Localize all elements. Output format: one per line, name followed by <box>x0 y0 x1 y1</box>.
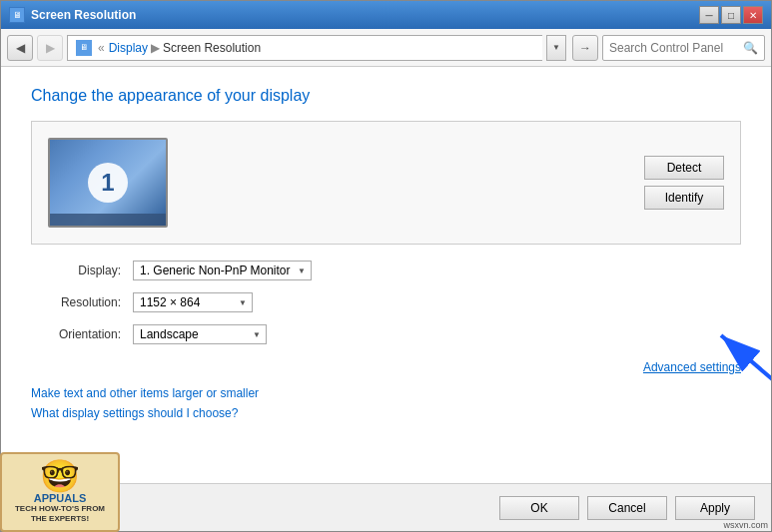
text-size-link[interactable]: Make text and other items larger or smal… <box>31 386 741 400</box>
address-bar: ◀ ▶ 🖥 « Display ▶ Screen Resolution ▼ → … <box>1 29 771 67</box>
ok-button[interactable]: OK <box>499 496 579 520</box>
detect-button[interactable]: Detect <box>644 156 724 180</box>
display-label: Display: <box>31 264 121 277</box>
orientation-row: Orientation: Landscape Portrait Landscap… <box>31 324 741 344</box>
close-button[interactable]: ✕ <box>743 6 763 24</box>
panel-content: Change the appearance of your display 1 … <box>1 67 771 483</box>
watermark-tagline: TECH HOW-TO'S FROMTHE EXPERTS! <box>15 504 105 525</box>
path-display-link[interactable]: Display <box>109 41 148 55</box>
title-bar-controls: ─ □ ✕ <box>699 6 763 24</box>
search-icon[interactable]: 🔍 <box>743 41 758 55</box>
cancel-button[interactable]: Cancel <box>587 496 667 520</box>
watermark-brand: APPUALS <box>34 492 87 504</box>
links-section: Make text and other items larger or smal… <box>31 386 741 426</box>
title-bar: 🖥 Screen Resolution ─ □ ✕ <box>1 1 771 29</box>
display-row: Display: 1. Generic Non-PnP Monitor <box>31 261 741 280</box>
watermark-overlay: 🤓 APPUALS TECH HOW-TO'S FROMTHE EXPERTS! <box>0 452 120 532</box>
display-box: 1 Detect Identify <box>31 121 741 245</box>
monitor-taskbar <box>50 214 166 226</box>
display-select-wrapper: 1. Generic Non-PnP Monitor <box>133 261 312 280</box>
detect-buttons: Detect Identify <box>644 156 724 210</box>
site-watermark: wsxvn.com <box>723 520 768 530</box>
back-button[interactable]: ◀ <box>7 35 33 61</box>
window-icon: 🖥 <box>9 7 25 23</box>
search-box[interactable]: 🔍 <box>602 35 765 61</box>
page-title: Change the appearance of your display <box>31 87 741 105</box>
resolution-row: Resolution: 1152 × 864 1920 × 1080 1280 … <box>31 292 741 312</box>
window-title: Screen Resolution <box>31 8 136 22</box>
advanced-settings-link[interactable]: Advanced settings <box>643 360 741 374</box>
search-input[interactable] <box>609 41 739 55</box>
display-select[interactable]: 1. Generic Non-PnP Monitor <box>133 261 312 280</box>
apply-button[interactable]: Apply <box>675 496 755 520</box>
maximize-button[interactable]: □ <box>721 6 741 24</box>
watermark-character: 🤓 <box>40 460 80 492</box>
address-path: 🖥 « Display ▶ Screen Resolution <box>67 35 542 61</box>
address-dropdown[interactable]: ▼ <box>546 35 566 61</box>
orientation-select[interactable]: Landscape Portrait Landscape (flipped) P… <box>133 324 267 344</box>
orientation-select-wrapper: Landscape Portrait Landscape (flipped) P… <box>133 324 267 344</box>
minimize-button[interactable]: ─ <box>699 6 719 24</box>
resolution-select-wrapper: 1152 × 864 1920 × 1080 1280 × 720 <box>133 292 253 312</box>
go-button[interactable]: → <box>572 35 598 61</box>
settings-rows: Display: 1. Generic Non-PnP Monitor Reso… <box>31 261 741 344</box>
path-separator: ▶ <box>151 41 160 55</box>
folder-icon: 🖥 <box>76 40 92 56</box>
path-prefix: « <box>98 41 105 55</box>
resolution-select[interactable]: 1152 × 864 1920 × 1080 1280 × 720 <box>133 292 253 312</box>
advanced-link-row: Advanced settings <box>31 360 741 374</box>
resolution-label: Resolution: <box>31 295 121 309</box>
path-current: Screen Resolution <box>163 41 261 55</box>
forward-button[interactable]: ▶ <box>37 35 63 61</box>
monitor-preview: 1 <box>48 138 168 228</box>
monitor-number: 1 <box>88 163 128 203</box>
display-settings-link[interactable]: What display settings should I choose? <box>31 406 741 420</box>
orientation-label: Orientation: <box>31 327 121 341</box>
identify-button[interactable]: Identify <box>644 186 724 210</box>
title-bar-left: 🖥 Screen Resolution <box>9 7 699 23</box>
